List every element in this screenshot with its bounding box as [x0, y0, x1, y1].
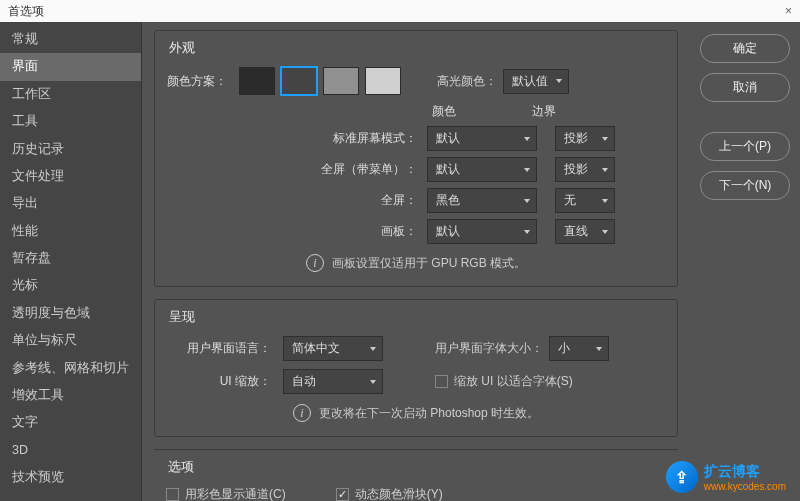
screen-mode-color-select[interactable]: 默认: [427, 157, 537, 182]
presentation-info-text: 更改将在下一次启动 Photoshop 时生效。: [319, 405, 539, 422]
color-scheme-swatch[interactable]: [239, 67, 275, 95]
highlight-color-label: 高光颜色：: [437, 73, 497, 90]
ui-scale-select[interactable]: 自动: [283, 369, 383, 394]
screen-mode-label: 全屏（带菜单）：: [167, 161, 427, 178]
screen-mode-row: 全屏（带菜单）：默认投影: [167, 157, 665, 182]
options-title: 选项: [162, 458, 200, 476]
ui-font-size-label: 用户界面字体大小：: [435, 340, 543, 357]
dialog-buttons: 确定 取消 上一个(P) 下一个(N): [690, 22, 800, 501]
window-title: 首选项: [8, 3, 44, 20]
appearance-title: 外观: [163, 39, 201, 57]
sidebar-item[interactable]: 单位与标尺: [0, 327, 141, 354]
dynamic-color-sliders-label: 动态颜色滑块(Y): [355, 486, 443, 501]
column-header-border: 边界: [532, 103, 556, 120]
sidebar-item[interactable]: 工作区: [0, 81, 141, 108]
screen-mode-row: 画板：默认直线: [167, 219, 665, 244]
close-icon[interactable]: ×: [785, 4, 792, 18]
sidebar-item[interactable]: 暂存盘: [0, 245, 141, 272]
ok-button[interactable]: 确定: [700, 34, 790, 63]
screen-mode-border-select[interactable]: 直线: [555, 219, 615, 244]
column-header-color: 颜色: [432, 103, 456, 120]
sidebar-item[interactable]: 文件处理: [0, 163, 141, 190]
screen-mode-row: 全屏：黑色无: [167, 188, 665, 213]
sidebar-item[interactable]: 光标: [0, 272, 141, 299]
prev-button[interactable]: 上一个(P): [700, 132, 790, 161]
screen-mode-border-select[interactable]: 投影: [555, 126, 615, 151]
appearance-group: 外观 颜色方案： 高光颜色： 默认值 颜色 边界 标准屏幕模式：默认投影全屏（带…: [154, 30, 678, 287]
color-scheme-swatch[interactable]: [323, 67, 359, 95]
ui-language-select[interactable]: 简体中文: [283, 336, 383, 361]
appearance-info-text: 画板设置仅适用于 GPU RGB 模式。: [332, 255, 526, 272]
show-channels-color-checkbox[interactable]: [166, 488, 179, 501]
info-icon: i: [293, 404, 311, 422]
sidebar-item[interactable]: 3D: [0, 437, 141, 464]
next-button[interactable]: 下一个(N): [700, 171, 790, 200]
sidebar-item[interactable]: 性能: [0, 218, 141, 245]
cancel-button[interactable]: 取消: [700, 73, 790, 102]
presentation-group: 呈现 用户界面语言： 简体中文 用户界面字体大小： 小 UI 缩放： 自动 缩放…: [154, 299, 678, 437]
info-icon: i: [306, 254, 324, 272]
presentation-title: 呈现: [163, 308, 201, 326]
sidebar-item[interactable]: 技术预览: [0, 464, 141, 491]
sidebar-item[interactable]: 工具: [0, 108, 141, 135]
screen-mode-row: 标准屏幕模式：默认投影: [167, 126, 665, 151]
screen-mode-label: 全屏：: [167, 192, 427, 209]
options-group: 选项 用彩色显示通道(C) 动态颜色滑块(Y) 显示菜单颜色(M): [154, 449, 678, 501]
color-scheme-swatch[interactable]: [365, 67, 401, 95]
screen-mode-label: 标准屏幕模式：: [167, 130, 427, 147]
sidebar-item[interactable]: 界面: [0, 53, 141, 80]
highlight-color-select[interactable]: 默认值: [503, 69, 569, 94]
screen-mode-color-select[interactable]: 默认: [427, 219, 537, 244]
screen-mode-color-select[interactable]: 黑色: [427, 188, 537, 213]
ui-language-label: 用户界面语言：: [167, 340, 277, 357]
ui-font-size-select[interactable]: 小: [549, 336, 609, 361]
sidebar-item[interactable]: 增效工具: [0, 382, 141, 409]
screen-mode-color-select[interactable]: 默认: [427, 126, 537, 151]
sidebar-item[interactable]: 文字: [0, 409, 141, 436]
sidebar: 常规界面工作区工具历史记录文件处理导出性能暂存盘光标透明度与色域单位与标尺参考线…: [0, 22, 142, 501]
scale-ui-to-font-label: 缩放 UI 以适合字体(S): [454, 373, 573, 390]
titlebar: 首选项 ×: [0, 0, 800, 22]
color-scheme-label: 颜色方案：: [167, 73, 233, 90]
screen-mode-label: 画板：: [167, 223, 427, 240]
sidebar-item[interactable]: 透明度与色域: [0, 300, 141, 327]
dynamic-color-sliders-checkbox[interactable]: [336, 488, 349, 501]
sidebar-item[interactable]: 历史记录: [0, 136, 141, 163]
sidebar-item[interactable]: 参考线、网格和切片: [0, 355, 141, 382]
sidebar-item[interactable]: 常规: [0, 26, 141, 53]
content-area: 外观 颜色方案： 高光颜色： 默认值 颜色 边界 标准屏幕模式：默认投影全屏（带…: [142, 22, 690, 501]
screen-mode-border-select[interactable]: 无: [555, 188, 615, 213]
color-scheme-swatch[interactable]: [281, 67, 317, 95]
ui-scale-label: UI 缩放：: [167, 373, 277, 390]
scale-ui-to-font-checkbox[interactable]: [435, 375, 448, 388]
show-channels-color-label: 用彩色显示通道(C): [185, 486, 286, 501]
sidebar-item[interactable]: 导出: [0, 190, 141, 217]
screen-mode-border-select[interactable]: 投影: [555, 157, 615, 182]
